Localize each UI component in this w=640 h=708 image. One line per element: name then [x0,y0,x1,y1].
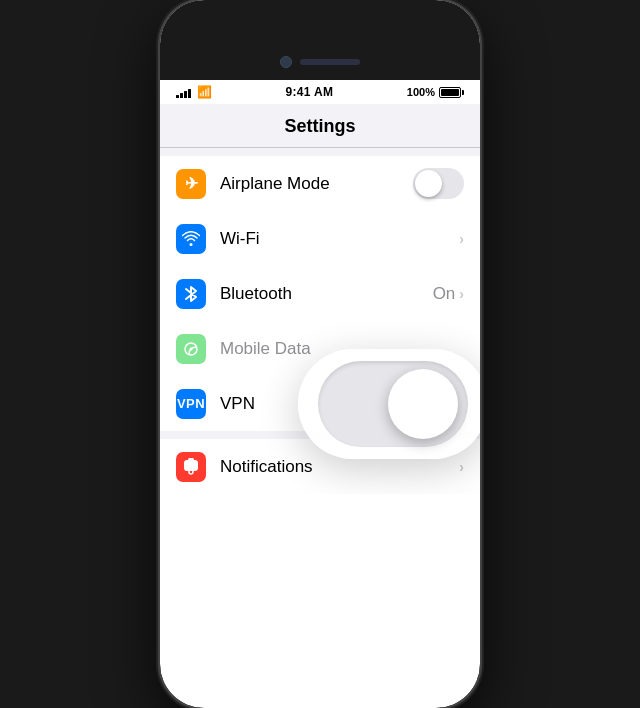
wifi-label: Wi-Fi [220,229,459,249]
status-time: 9:41 AM [286,85,334,99]
notifications-icon-box [176,452,206,482]
notifications-svg [183,458,199,476]
bluetooth-value: On [433,284,456,304]
phone-frame: 📶 9:41 AM 100% Settings [160,0,480,708]
signal-bar-4 [188,89,191,98]
battery-tip [462,90,464,95]
settings-section-1: ✈ Airplane Mode [160,156,480,431]
svg-point-1 [190,347,193,350]
bluetooth-chevron: › [459,286,464,302]
signal-bar-1 [176,95,179,98]
settings-row-wifi[interactable]: Wi-Fi › [160,211,480,266]
status-bar: 📶 9:41 AM 100% [160,80,480,104]
status-right: 100% [407,86,464,98]
wifi-svg [182,231,200,247]
bluetooth-label: Bluetooth [220,284,433,304]
vpn-label: VPN [220,394,464,414]
wifi-status-icon: 📶 [197,85,212,99]
status-left: 📶 [176,85,212,99]
page-title: Settings [160,116,480,137]
settings-content: ✈ Airplane Mode [160,148,480,494]
settings-row-bluetooth[interactable]: Bluetooth On › [160,266,480,321]
wifi-icon-box [176,224,206,254]
mobile-data-svg [183,341,199,357]
camera-lens [280,56,292,68]
notifications-label: Notifications [220,457,459,477]
mobile-data-icon-box [176,334,206,364]
svg-rect-2 [184,460,198,471]
section-gap [160,431,480,439]
settings-row-mobile-data[interactable]: Mobile Data [160,321,480,376]
bluetooth-icon-box [176,279,206,309]
vpn-text: VPN [177,396,205,411]
settings-row-notifications[interactable]: Notifications › [160,439,480,494]
battery-percent: 100% [407,86,435,98]
battery-body [439,87,461,98]
toggle-thumb-airplane [415,170,442,197]
signal-bar-2 [180,93,183,98]
speaker-grille [300,59,360,65]
notifications-chevron: › [459,459,464,475]
bluetooth-svg [184,284,198,304]
airplane-symbol: ✈ [185,174,198,193]
vpn-icon-box: VPN [176,389,206,419]
battery-icon [439,87,464,98]
svg-rect-3 [188,458,194,461]
wifi-chevron: › [459,231,464,247]
settings-row-airplane-mode[interactable]: ✈ Airplane Mode [160,156,480,211]
mobile-data-label: Mobile Data [220,339,464,359]
signal-bar-3 [184,91,187,98]
phone-screen: 📶 9:41 AM 100% Settings [160,0,480,708]
settings-section-2: Notifications › [160,439,480,494]
battery-fill [441,89,459,96]
page-title-area: Settings [160,104,480,148]
airplane-mode-label: Airplane Mode [220,174,413,194]
camera-notch [280,56,360,68]
airplane-mode-icon: ✈ [176,169,206,199]
phone-top-bar [160,0,480,80]
signal-bars [176,87,191,98]
airplane-mode-toggle[interactable] [413,168,464,199]
settings-row-vpn[interactable]: VPN VPN [160,376,480,431]
